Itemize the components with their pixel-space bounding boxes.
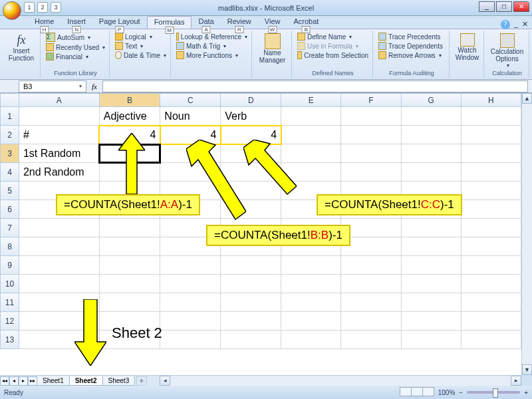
sheet-tab[interactable]: Sheet3 [102, 376, 136, 386]
new-sheet-button[interactable]: ✧ [136, 376, 147, 386]
row-header[interactable]: 2 [1, 126, 19, 144]
tab-nav-next[interactable]: ▸ [19, 376, 28, 386]
row-header[interactable]: 5 [1, 182, 19, 200]
tag-icon [297, 33, 305, 41]
text-icon [115, 42, 123, 50]
zoom-out-button[interactable]: − [459, 389, 463, 396]
row-header[interactable]: 7 [1, 219, 19, 237]
col-header[interactable]: H [461, 94, 521, 107]
row-header[interactable]: 10 [1, 275, 19, 293]
text-button[interactable]: Text▾ [114, 41, 168, 51]
watch-window-button[interactable]: Watch Window [450, 32, 485, 63]
view-buttons[interactable] [400, 387, 434, 398]
question-icon [115, 33, 123, 41]
arrow-down-icon [74, 299, 106, 366]
minimize-button[interactable]: _ [479, 1, 495, 12]
clock-icon [115, 51, 122, 59]
define-name-button[interactable]: Define Name▾ [296, 32, 370, 41]
row-header[interactable]: 6 [1, 200, 19, 219]
qat-item[interactable]: 3 [51, 2, 61, 13]
scroll-down-button[interactable]: ▼ [522, 364, 532, 375]
zoom-slider[interactable] [467, 391, 520, 394]
col-header[interactable]: F [341, 94, 401, 107]
tab-home[interactable]: HomeH [28, 16, 61, 29]
group-defined-names: Defined Names [296, 70, 370, 76]
col-header[interactable]: G [401, 94, 461, 107]
trace-dependents-button[interactable]: Trace Dependents [377, 41, 446, 51]
formula-bar[interactable] [102, 80, 528, 92]
tab-page-layout[interactable]: Page LayoutP [92, 16, 147, 29]
cell[interactable]: Verb [221, 107, 281, 126]
col-header[interactable]: E [281, 94, 341, 107]
recently-used-button[interactable]: Recently Used▾ [45, 43, 106, 52]
zoom-level[interactable]: 100% [438, 389, 456, 396]
row-header[interactable]: 12 [1, 312, 19, 331]
zoom-in-button[interactable]: + [524, 389, 528, 396]
create-from-selection-button[interactable]: Create from Selection [296, 51, 370, 60]
callout-formula-b: =COUNTA(Sheet1!B:B)-1 [206, 225, 350, 246]
cell[interactable]: # [19, 126, 99, 144]
col-header[interactable]: D [221, 94, 281, 107]
sigma-icon: Σ [46, 33, 55, 42]
autosum-button[interactable]: ΣAutoSum▾ [45, 32, 106, 43]
name-manager-button[interactable]: Name Manager [254, 32, 291, 65]
cell[interactable]: 2nd Random [19, 163, 99, 182]
more-functions-button[interactable]: More Functions▾ [175, 51, 249, 60]
grid-icon [297, 51, 302, 59]
row-header[interactable]: 9 [1, 256, 19, 275]
name-box[interactable]: B3▾ [19, 80, 86, 92]
fx-label-icon[interactable]: fx [92, 82, 97, 90]
tab-formulas[interactable]: FormulasM [147, 16, 192, 29]
qat-item[interactable]: 2 [37, 2, 48, 13]
select-all-corner[interactable] [1, 94, 19, 107]
scroll-left-button[interactable]: ◂ [160, 376, 170, 386]
hscroll-track[interactable] [170, 376, 511, 386]
lookup-button[interactable]: Lookup & Reference▾ [175, 32, 249, 41]
scroll-up-button[interactable]: ▲ [522, 93, 532, 104]
trace-precedents-button[interactable]: Trace Precedents [377, 32, 446, 41]
col-header[interactable]: A [19, 94, 99, 107]
doc-close-icon[interactable]: ✕ [522, 20, 528, 29]
close-button[interactable]: ✕ [513, 1, 529, 12]
sheet-tab[interactable]: Sheet1 [37, 376, 70, 386]
insert-function-button[interactable]: fx Insert Function [5, 32, 37, 63]
tab-data[interactable]: DataA [192, 16, 220, 29]
tab-nav-last[interactable]: ▸▸ [28, 376, 37, 386]
financial-button[interactable]: Financial▾ [45, 52, 106, 61]
tab-review[interactable]: ReviewR [221, 16, 258, 29]
tab-view[interactable]: ViewW [258, 16, 287, 29]
tab-acrobat[interactable]: AcrobatB [287, 16, 325, 29]
window-title: madlibs.xlsx - Microsoft Excel [218, 4, 314, 12]
logical-button[interactable]: Logical▾ [114, 32, 168, 41]
sheet-label: Sheet 2 [112, 325, 162, 342]
col-header[interactable]: B [99, 94, 160, 107]
calc-options-button[interactable]: Calculation Options▾ [485, 32, 530, 70]
scroll-right-button[interactable]: ▸ [511, 376, 521, 386]
row-header[interactable]: 4 [1, 163, 19, 182]
sheet-tab-active[interactable]: Sheet2 [69, 376, 103, 386]
row-header[interactable]: 8 [1, 237, 19, 256]
tab-nav-first[interactable]: ◂◂ [0, 376, 9, 386]
maximize-button[interactable]: □ [496, 1, 512, 12]
row-header[interactable]: 3 [1, 144, 19, 163]
datetime-button[interactable]: Date & Time▾ [114, 51, 168, 60]
use-in-formula-button[interactable]: Use in Formula▾ [296, 41, 370, 51]
help-icon[interactable]: ? [501, 20, 510, 29]
qat-item[interactable]: 1 [24, 2, 35, 13]
tab-insert[interactable]: InsertN [61, 16, 92, 29]
cell[interactable]: Noun [160, 107, 221, 126]
quick-access-toolbar: 1 2 3 [24, 2, 61, 13]
row-header[interactable]: 11 [1, 293, 19, 312]
cell[interactable]: 1st Random [19, 144, 99, 163]
tab-nav-prev[interactable]: ◂ [9, 376, 19, 386]
col-header[interactable]: C [160, 94, 221, 107]
cell[interactable]: Adjective [99, 107, 160, 126]
ribbon-min-icon[interactable]: _ [514, 20, 518, 29]
group-formula-auditing: Formula Auditing [377, 70, 446, 76]
remove-arrows-button[interactable]: Remove Arrows▾ [377, 51, 446, 60]
row-header[interactable]: 13 [1, 331, 19, 349]
group-function-library: Function Library [45, 70, 106, 76]
mathtrig-button[interactable]: Math & Trig▾ [175, 41, 249, 51]
row-header[interactable]: 1 [1, 107, 19, 126]
office-button[interactable] [3, 1, 21, 20]
